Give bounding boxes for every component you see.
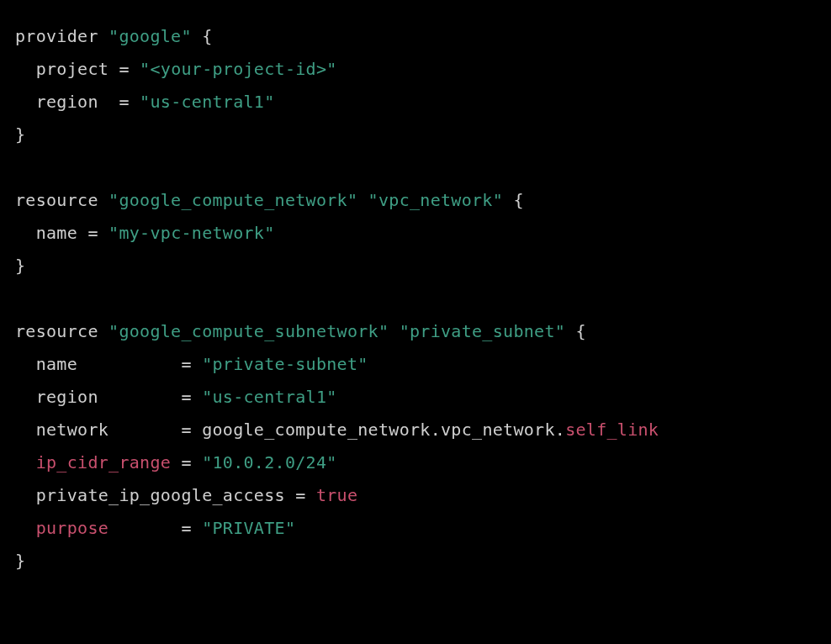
string-resource-type: "google_compute_network": [109, 190, 357, 210]
equals: =: [119, 59, 129, 79]
equals: =: [87, 223, 98, 243]
keyword-resource: resource: [15, 190, 98, 210]
dot: .: [555, 420, 565, 440]
attr-private-ip-google-access: private_ip_google_access: [36, 485, 285, 505]
equals: =: [181, 420, 191, 440]
string-cidr: "10.0.2.0/24": [202, 452, 336, 472]
equals: =: [295, 485, 305, 505]
attr-name: name: [36, 223, 77, 243]
bool-true: true: [316, 485, 357, 505]
attr-ip-cidr-range: ip_cidr_range: [36, 452, 171, 472]
keyword-resource: resource: [15, 321, 98, 341]
attr-purpose: purpose: [36, 518, 109, 538]
string-region: "us-central1": [140, 92, 274, 112]
brace-close: }: [15, 124, 25, 145]
attr-network: network: [36, 420, 109, 440]
brace-close: }: [15, 551, 25, 571]
string-private: "PRIVATE": [202, 518, 295, 538]
string-subnet-name: "private-subnet": [202, 354, 368, 374]
attr-region: region: [36, 92, 98, 112]
ref-network-name: vpc_network: [441, 420, 555, 440]
string-vpc-name: "my-vpc-network": [109, 223, 274, 243]
attr-project: project: [36, 59, 109, 79]
string-resource-type: "google_compute_subnetwork": [109, 321, 389, 341]
dot: .: [431, 420, 441, 440]
string-region: "us-central1": [202, 387, 336, 407]
equals: =: [181, 354, 191, 374]
string-google: "google": [109, 26, 192, 46]
terraform-code-block: provider "google" { project = "<your-pro…: [0, 0, 831, 598]
attr-region: region: [36, 387, 98, 407]
string-project-id: "<your-project-id>": [140, 59, 336, 79]
brace-close: }: [15, 256, 25, 276]
keyword-provider: provider: [15, 26, 98, 46]
brace-open: {: [575, 321, 585, 341]
ref-network-type: google_compute_network: [202, 420, 431, 440]
equals: =: [119, 92, 129, 112]
equals: =: [181, 387, 191, 407]
attr-name: name: [36, 354, 77, 374]
string-resource-name: "vpc_network": [368, 190, 503, 210]
brace-open: {: [202, 26, 212, 46]
equals: =: [181, 452, 191, 472]
string-resource-name: "private_subnet": [400, 321, 565, 341]
equals: =: [181, 518, 191, 538]
brace-open: {: [513, 190, 523, 210]
ref-self-link: self_link: [565, 420, 659, 440]
